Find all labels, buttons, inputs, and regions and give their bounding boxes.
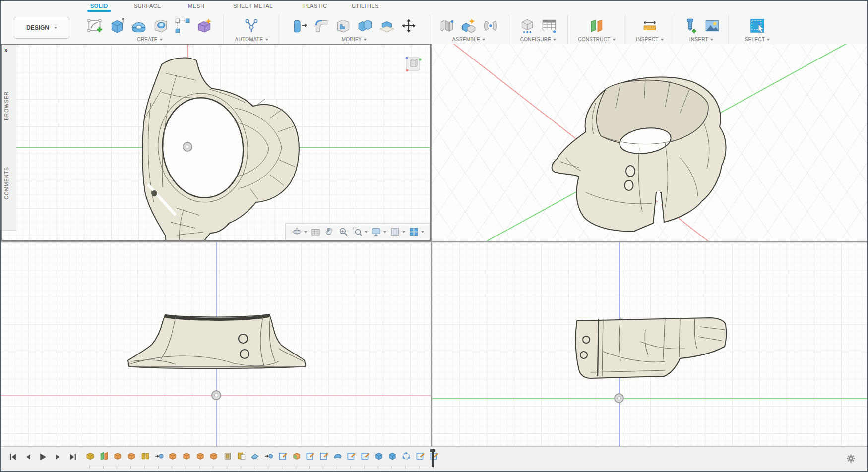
timeline-item-eraser[interactable] [250,451,260,461]
view-cube[interactable] [404,55,423,73]
configuration-table-icon[interactable] [539,16,559,36]
timeline-item-sketch[interactable] [319,451,329,461]
timeline-item-sketch[interactable] [360,451,370,461]
group-dropdown-insert[interactable]: INSERT [689,37,713,42]
timeline-item-form-orange[interactable] [182,451,191,461]
grid-display-icon[interactable] [390,227,405,237]
origin-marker[interactable] [615,394,623,403]
press-pull-icon[interactable] [290,16,310,36]
timeline-item-clipboard[interactable] [237,451,247,461]
combine-icon[interactable] [355,16,375,36]
ribbon-tab-plastic[interactable]: PLASTIC [303,3,327,9]
pan-icon[interactable] [324,227,335,237]
shell-icon[interactable] [333,16,353,36]
chevron-down-icon[interactable] [383,231,386,233]
ribbon-tab-sheet-metal[interactable]: SHEET METAL [233,3,273,9]
timeline-item-form-orange[interactable] [113,451,123,461]
axis-dot-blue [406,57,408,59]
timeline-item-sketch[interactable] [305,451,315,461]
ribbon-tab-mesh[interactable]: MESH [188,3,204,9]
go-to-start-button[interactable] [9,453,17,461]
ribbon-tab-utilities[interactable]: UTILITIES [352,3,379,9]
create-sketch-icon[interactable] [85,16,105,36]
timeline-item-boxes-gold[interactable] [140,451,150,461]
group-dropdown-configure[interactable]: CONFIGURE [520,37,557,42]
timeline-item-planes[interactable] [99,451,109,461]
select-window-icon[interactable] [747,16,767,36]
ribbon-tab-solid[interactable]: SOLID [90,3,108,9]
group-dropdown-inspect[interactable]: INSPECT [636,37,663,42]
ribbon-tab-surface[interactable]: SURFACE [134,3,161,9]
insert-canvas-icon[interactable] [702,16,722,36]
origin-marker[interactable] [183,142,192,151]
construction-plane-icon[interactable] [587,16,607,36]
timeline-item-form-orange[interactable] [209,451,219,461]
model-front-view[interactable] [1,242,431,446]
chevron-down-icon[interactable] [365,231,368,233]
viewport-top-view[interactable]: » BROWSER COMMENTS [1,44,431,241]
joint-icon[interactable] [459,16,479,36]
browser-panel-tab[interactable]: BROWSER [4,91,9,120]
chevron-down-icon[interactable] [304,231,307,233]
timeline-item-surface-blue[interactable] [333,451,343,461]
comments-panel-tab[interactable]: COMMENTS [4,167,9,199]
timeline-settings-gear-icon[interactable] [846,453,856,466]
timeline-item-form-gold[interactable] [85,451,95,461]
automate-icon[interactable] [242,16,261,36]
timeline-item-extrude-blue[interactable] [374,451,384,461]
zoom-window-icon[interactable] [352,227,368,237]
look-at-icon[interactable] [310,227,321,237]
insert-fastener-icon[interactable] [681,16,700,36]
timeline-item-form-multi[interactable] [292,451,302,461]
create-form-icon[interactable] [194,16,214,36]
chevron-down-icon[interactable] [421,231,424,233]
group-dropdown-construct[interactable]: CONSTRUCT [578,37,615,42]
play-button[interactable] [39,453,47,461]
split-body-icon[interactable] [377,16,397,36]
group-dropdown-create[interactable]: CREATE [137,37,163,42]
joint-origin-icon[interactable] [481,16,500,36]
model-right-view[interactable] [432,242,867,446]
expand-panel-button[interactable]: » [4,47,8,54]
rectangular-pattern-icon[interactable] [173,16,192,36]
revolve-icon[interactable] [129,16,149,36]
viewport-iso-view[interactable] [432,44,867,241]
go-to-end-button[interactable] [68,453,77,461]
timeline-item-form-orange[interactable] [168,451,178,461]
orbit-icon[interactable] [292,227,307,237]
step-back-button[interactable] [24,453,32,461]
fillet-icon[interactable] [311,16,331,36]
timeline-item-extrude-blue[interactable] [387,451,397,461]
configuration-icon[interactable] [517,16,537,36]
extrude-icon[interactable] [107,16,127,36]
timeline-item-sketch[interactable] [278,451,288,461]
timeline-item-visibility[interactable] [154,451,164,461]
group-dropdown-assemble[interactable]: ASSEMBLE [452,37,485,42]
viewport-front-view[interactable] [1,242,431,446]
model-top-view[interactable] [2,45,430,240]
group-dropdown-modify[interactable]: MODIFY [342,37,367,42]
viewports-icon[interactable] [409,227,424,237]
timeline-item-form-orange[interactable] [195,451,205,461]
zoom-icon[interactable] [338,227,349,237]
timeline-item-box-tan[interactable] [223,451,233,461]
timeline-item-visibility[interactable] [264,451,274,461]
measure-icon[interactable] [640,16,660,36]
step-forward-button[interactable] [54,453,62,461]
viewport-right-view[interactable] [432,242,867,446]
timeline-item-sketch[interactable] [415,451,425,461]
origin-marker[interactable] [212,391,221,400]
hole-icon[interactable] [151,16,171,36]
move-copy-icon[interactable] [399,16,419,36]
design-menu-button[interactable]: DESIGN [14,17,69,39]
timeline-playhead[interactable] [432,449,434,467]
timeline-item-form-orange[interactable] [126,451,136,461]
new-component-icon[interactable] [437,16,457,36]
model-iso-view[interactable] [432,44,867,241]
display-settings-icon[interactable] [371,227,386,237]
chevron-down-icon[interactable] [402,231,405,233]
group-dropdown-automate[interactable]: AUTOMATE [235,37,268,42]
timeline-item-pattern-blue[interactable] [401,451,411,461]
group-dropdown-select[interactable]: SELECT [745,37,770,42]
timeline-item-sketch[interactable] [346,451,356,461]
